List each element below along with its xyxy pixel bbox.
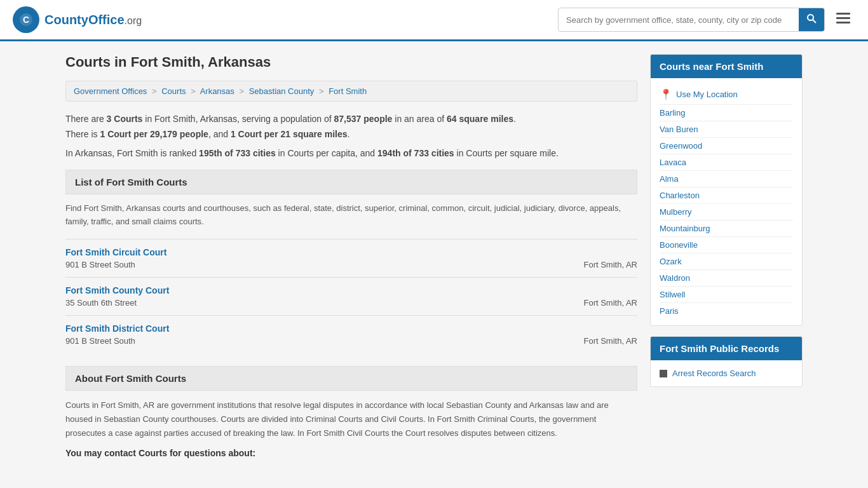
public-records-header: Fort Smith Public Records bbox=[651, 337, 802, 360]
svg-point-3 bbox=[808, 15, 813, 20]
court-address-1: 901 B Street South bbox=[65, 260, 135, 269]
public-records-box: Fort Smith Public Records Arrest Records… bbox=[650, 336, 803, 387]
menu-button[interactable] bbox=[831, 9, 855, 30]
svg-text:C: C bbox=[23, 15, 29, 25]
nearby-city-booneville[interactable]: Booneville bbox=[660, 237, 793, 254]
arrest-records-link[interactable]: Arrest Records Search bbox=[660, 365, 793, 381]
list-section-desc: Find Fort Smith, Arkansas courts and cou… bbox=[65, 202, 637, 229]
stats-block: There are 3 Courts in Fort Smith, Arkans… bbox=[65, 112, 637, 161]
breadcrumb-item-fortsmith[interactable]: Fort Smith bbox=[329, 86, 367, 96]
logo-text: CountyOffice.org bbox=[44, 13, 142, 27]
nearby-city-vanburen[interactable]: Van Buren bbox=[660, 121, 793, 138]
nearby-city-charleston[interactable]: Charleston bbox=[660, 187, 793, 204]
nearby-city-ozark[interactable]: Ozark bbox=[660, 254, 793, 270]
about-text: Courts in Fort Smith, AR are government … bbox=[65, 398, 637, 440]
search-button[interactable] bbox=[799, 8, 824, 31]
nearby-city-paris[interactable]: Paris bbox=[660, 303, 793, 319]
court-link-3[interactable]: Fort Smith District Court bbox=[65, 323, 637, 334]
svg-rect-5 bbox=[836, 13, 850, 15]
search-bar bbox=[558, 8, 825, 32]
about-section: About Fort Smith Courts Courts in Fort S… bbox=[65, 366, 637, 458]
court-city-3: Fort Smith, AR bbox=[583, 336, 637, 346]
nearby-courts-box: Courts near Fort Smith 📍 Use My Location… bbox=[650, 54, 803, 326]
use-location-row: 📍 Use My Location bbox=[660, 85, 793, 105]
svg-rect-6 bbox=[836, 17, 850, 19]
record-bullet-icon bbox=[660, 370, 667, 377]
breadcrumb-item-gov[interactable]: Government Offices bbox=[74, 86, 147, 96]
about-section-header: About Fort Smith Courts bbox=[65, 366, 637, 391]
nearby-city-lavaca[interactable]: Lavaca bbox=[660, 154, 793, 171]
court-link-2[interactable]: Fort Smith County Court bbox=[65, 285, 637, 295]
arrest-records-label: Arrest Records Search bbox=[672, 369, 756, 378]
nearby-city-mountainburg[interactable]: Mountainburg bbox=[660, 220, 793, 237]
public-records-content: Arrest Records Search bbox=[651, 360, 802, 386]
court-link-1[interactable]: Fort Smith Circuit Court bbox=[65, 247, 637, 257]
court-address-3: 901 B Street South bbox=[65, 336, 135, 346]
content-area: Courts in Fort Smith, Arkansas Governmen… bbox=[65, 54, 637, 458]
breadcrumb-item-sebastian[interactable]: Sebastian County bbox=[249, 86, 315, 96]
nearby-city-waldron[interactable]: Waldron bbox=[660, 270, 793, 287]
logo-area: C CountyOffice.org bbox=[13, 6, 142, 33]
search-input[interactable] bbox=[559, 10, 799, 30]
court-item-2: Fort Smith County Court 35 South 6th Str… bbox=[65, 277, 637, 315]
court-item-1: Fort Smith Circuit Court 901 B Street So… bbox=[65, 239, 637, 277]
breadcrumb-item-arkansas[interactable]: Arkansas bbox=[200, 86, 234, 96]
svg-line-4 bbox=[813, 20, 816, 23]
court-city-2: Fort Smith, AR bbox=[583, 298, 637, 308]
nearby-city-greenwood[interactable]: Greenwood bbox=[660, 138, 793, 154]
header: C CountyOffice.org bbox=[0, 0, 868, 41]
location-pin-icon: 📍 bbox=[660, 88, 672, 100]
svg-rect-7 bbox=[836, 22, 850, 24]
court-item-3: Fort Smith District Court 901 B Street S… bbox=[65, 315, 637, 353]
nearby-city-barling[interactable]: Barling bbox=[660, 105, 793, 121]
nearby-city-alma[interactable]: Alma bbox=[660, 171, 793, 187]
breadcrumb: Government Offices > Courts > Arkansas >… bbox=[65, 81, 637, 102]
nearby-city-mulberry[interactable]: Mulberry bbox=[660, 204, 793, 220]
main-container: Courts in Fort Smith, Arkansas Governmen… bbox=[53, 41, 815, 471]
use-location-link[interactable]: Use My Location bbox=[676, 90, 738, 99]
court-city-1: Fort Smith, AR bbox=[583, 260, 637, 269]
header-right bbox=[558, 8, 855, 32]
logo-icon: C bbox=[13, 6, 39, 33]
sidebar: Courts near Fort Smith 📍 Use My Location… bbox=[650, 54, 803, 458]
list-section-header: List of Fort Smith Courts bbox=[65, 170, 637, 194]
contact-header: You may contact Courts for questions abo… bbox=[65, 448, 637, 458]
breadcrumb-item-courts[interactable]: Courts bbox=[161, 86, 186, 96]
nearby-courts-header: Courts near Fort Smith bbox=[651, 55, 802, 78]
page-title: Courts in Fort Smith, Arkansas bbox=[65, 54, 637, 71]
nearby-courts-content: 📍 Use My Location Barling Van Buren Gree… bbox=[651, 78, 802, 325]
courts-list: Fort Smith Circuit Court 901 B Street So… bbox=[65, 239, 637, 353]
court-address-2: 35 South 6th Street bbox=[65, 298, 137, 308]
nearby-city-stilwell[interactable]: Stilwell bbox=[660, 287, 793, 303]
